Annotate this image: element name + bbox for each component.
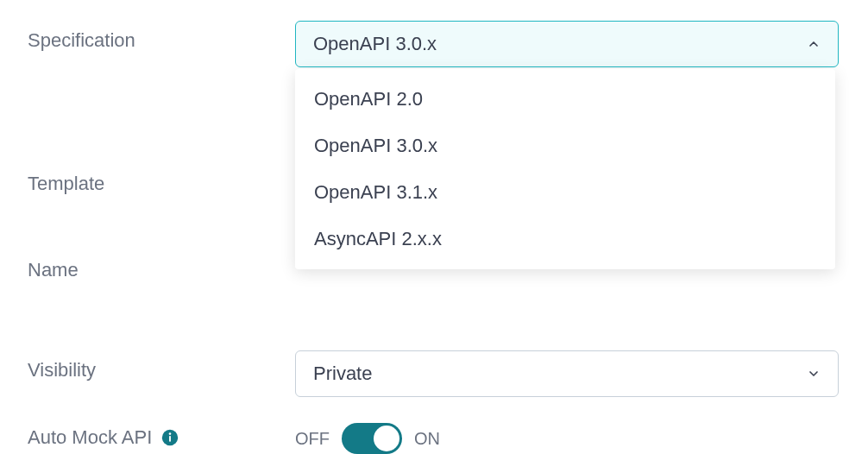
specification-selected-value: OpenAPI 3.0.x xyxy=(313,33,437,55)
auto-mock-label-group: Auto Mock API xyxy=(28,418,295,449)
toggle-on-text: ON xyxy=(414,429,440,449)
specification-row: Specification OpenAPI 3.0.x OpenAPI 2.0 … xyxy=(28,21,840,67)
svg-rect-1 xyxy=(169,436,171,441)
specification-option[interactable]: OpenAPI 3.1.x xyxy=(295,169,835,216)
specification-option[interactable]: AsyncAPI 2.x.x xyxy=(295,216,835,262)
specification-dropdown: OpenAPI 2.0 OpenAPI 3.0.x OpenAPI 3.1.x … xyxy=(295,69,835,269)
toggle-knob xyxy=(374,426,399,451)
name-label: Name xyxy=(28,250,295,281)
specification-select[interactable]: OpenAPI 3.0.x xyxy=(295,21,839,67)
toggle-off-text: OFF xyxy=(295,429,330,449)
chevron-down-icon xyxy=(807,367,821,381)
specification-option[interactable]: OpenAPI 3.0.x xyxy=(295,123,835,169)
template-label: Template xyxy=(28,164,295,195)
visibility-row: Visibility Private xyxy=(28,350,840,397)
svg-point-2 xyxy=(169,432,172,435)
specification-option[interactable]: OpenAPI 2.0 xyxy=(295,76,835,123)
visibility-selected-value: Private xyxy=(313,363,372,385)
info-icon[interactable] xyxy=(160,428,179,447)
auto-mock-row: Auto Mock API OFF ON xyxy=(28,418,840,454)
visibility-select[interactable]: Private xyxy=(295,350,839,397)
specification-label: Specification xyxy=(28,21,295,52)
auto-mock-label: Auto Mock API xyxy=(28,426,152,449)
visibility-label: Visibility xyxy=(28,350,295,381)
chevron-up-icon xyxy=(807,37,821,51)
auto-mock-toggle[interactable] xyxy=(342,423,402,454)
